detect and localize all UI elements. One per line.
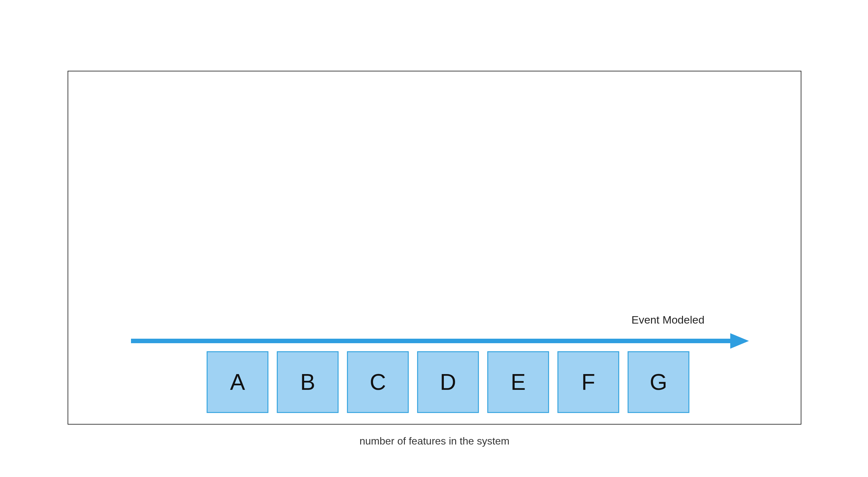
feature-box-a: A [207,351,269,413]
diagram-container: cost per additional feature Event Modele… [68,71,801,424]
chart-frame: Event Modeled A B C D E F G [68,71,801,424]
feature-box-c: C [347,351,409,413]
x-axis-label: number of features in the system [360,435,509,447]
feature-box-d: D [417,351,479,413]
feature-box-e: E [487,351,549,413]
arrow-icon [131,331,749,351]
feature-box-b: B [277,351,339,413]
feature-boxes-row: A B C D E F G [207,351,689,413]
series-label: Event Modeled [631,314,705,326]
feature-box-f: F [557,351,619,413]
feature-box-g: G [628,351,689,413]
svg-marker-1 [730,333,749,349]
